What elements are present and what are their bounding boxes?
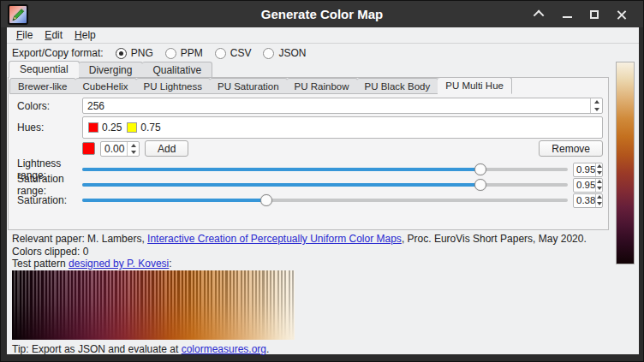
spin-up-icon[interactable] [131, 144, 136, 147]
export-format-row: Export/Copy format: PNG PPM CSV JSON [12, 45, 306, 61]
spin-down-icon[interactable] [594, 108, 599, 111]
slider-fill [82, 199, 266, 202]
close-icon [617, 9, 627, 20]
hue-value: 0.75 [140, 122, 160, 134]
saturation-spinbox[interactable]: 0.38 [573, 193, 603, 208]
paper-line: Relevant paper: M. Lambers, Interactive … [12, 233, 634, 246]
radio-png-icon[interactable] [116, 48, 127, 59]
test-pattern-stripes [12, 270, 295, 340]
colors-clipped-line: Colors clipped: 0 [12, 246, 634, 258]
saturation-range-slider[interactable] [82, 178, 568, 192]
lightness-range-row: Lightness range: 0.95 [9, 162, 608, 177]
sequential-panel: Brewer-like CubeHelix PU Lightness PU Sa… [8, 77, 609, 230]
app-icon [8, 4, 28, 25]
tab-pu-lightness[interactable]: PU Lightness [136, 78, 211, 94]
tab-qualitative[interactable]: Qualitative [142, 62, 212, 78]
saturation-slider[interactable] [82, 193, 568, 207]
tab-sequential[interactable]: Sequential [9, 61, 80, 78]
main-tabbar: Sequential Diverging Qualitative [9, 61, 212, 78]
spin-down-icon[interactable] [597, 171, 602, 175]
slider-fill [82, 183, 480, 187]
new-hue-value[interactable]: 0.00 [101, 143, 127, 155]
saturation-row: Saturation: 0.38 [9, 193, 608, 208]
hue-value: 0.25 [102, 122, 122, 134]
lightness-range-spinbox[interactable]: 0.95 [573, 163, 603, 177]
chevron-up-icon [533, 10, 544, 21]
new-hue-color-button[interactable] [82, 142, 95, 155]
tab-cubehelix[interactable]: CubeHelix [75, 78, 137, 94]
slider-fill [82, 168, 480, 171]
hue-item[interactable]: 0.75 [127, 122, 160, 134]
tab-brewer-like[interactable]: Brewer-like [9, 78, 76, 94]
minimize-button[interactable] [558, 5, 576, 24]
slider-handle[interactable] [474, 163, 486, 175]
hues-label: Hues: [17, 116, 82, 134]
test-pattern-line: Test pattern designed by P. Kovesi: [12, 258, 634, 270]
tab-pu-black-body[interactable]: PU Black Body [357, 78, 439, 94]
radio-png[interactable]: PNG [116, 47, 153, 59]
radio-csv[interactable]: CSV [215, 47, 252, 59]
kovesi-link[interactable]: designed by P. Kovesi [69, 258, 169, 270]
radio-ppm[interactable]: PPM [165, 47, 203, 59]
menubar: File Edit Help [7, 27, 639, 44]
hues-row: Hues: 0.25 0.75 [9, 116, 608, 139]
hues-list[interactable]: 0.25 0.75 [82, 116, 603, 139]
radio-json-icon[interactable] [263, 48, 274, 59]
saturation-range-label: Saturation range: [17, 173, 82, 197]
new-hue-spin-buttons[interactable] [127, 142, 139, 156]
menu-file[interactable]: File [10, 28, 39, 42]
tab-pu-rainbow[interactable]: PU Rainbow [287, 78, 358, 94]
spin-up-icon[interactable] [597, 195, 602, 199]
spin-down-icon[interactable] [597, 187, 602, 190]
menu-help[interactable]: Help [69, 28, 102, 42]
paper-link[interactable]: Interactive Creation of Perceptually Uni… [147, 233, 402, 245]
window-controls [530, 5, 643, 24]
saturation-range-row: Saturation range: 0.95 [9, 177, 608, 193]
tab-diverging[interactable]: Diverging [79, 62, 144, 78]
colormeasures-link[interactable]: colormeasures.org [182, 343, 266, 355]
window-content: File Edit Help Export/Copy format: PNG P… [7, 27, 639, 354]
new-hue-spinbox[interactable]: 0.00 [100, 141, 140, 157]
radio-ppm-icon[interactable] [165, 48, 176, 59]
pu-multi-hue-page: Colors: 256 Hues: 0.25 [9, 96, 608, 208]
colors-value[interactable]: 256 [83, 100, 590, 112]
colors-spin-buttons[interactable] [590, 98, 602, 113]
spin-down-icon[interactable] [131, 151, 136, 154]
hue-swatch-yellow [127, 122, 137, 133]
tip-line: Tip: Export as JSON and evaluate at colo… [12, 343, 269, 355]
keep-above-button[interactable] [530, 5, 549, 24]
pencil-icon [10, 7, 26, 22]
spin-down-icon[interactable] [597, 202, 602, 205]
colors-label: Colors: [17, 100, 82, 112]
app-window: Generate Color Map File Edit Help Export… [0, 0, 644, 362]
colors-spinbox[interactable]: 256 [82, 98, 603, 114]
add-button[interactable]: Add [145, 140, 188, 157]
minimize-icon [563, 16, 572, 18]
test-pattern-image [12, 270, 295, 340]
saturation-label: Saturation: [17, 194, 82, 206]
spin-up-icon[interactable] [594, 100, 599, 104]
menu-edit[interactable]: Edit [39, 28, 69, 42]
radio-csv-icon[interactable] [215, 48, 226, 59]
hue-item[interactable]: 0.25 [88, 122, 122, 134]
lightness-range-slider[interactable] [82, 163, 568, 176]
saturation-range-spinbox[interactable]: 0.95 [573, 178, 603, 193]
maximize-icon [590, 10, 599, 19]
footer: Relevant paper: M. Lambers, Interactive … [12, 233, 634, 270]
titlebar: Generate Color Map [1, 1, 643, 27]
spin-up-icon[interactable] [597, 180, 602, 183]
hue-swatch-red [88, 122, 98, 133]
maximize-button[interactable] [585, 5, 604, 24]
colors-row: Colors: 256 [9, 98, 608, 114]
spin-up-icon[interactable] [597, 164, 602, 168]
remove-button[interactable]: Remove [539, 140, 603, 157]
radio-json[interactable]: JSON [263, 47, 306, 59]
tab-pu-multi-hue[interactable]: PU Multi Hue [438, 77, 512, 94]
slider-handle[interactable] [474, 179, 486, 191]
sub-tabbar: Brewer-like CubeHelix PU Lightness PU Sa… [9, 77, 511, 94]
add-remove-row: 0.00 Add Remove [9, 140, 608, 157]
close-button[interactable] [612, 5, 631, 24]
tab-pu-saturation[interactable]: PU Saturation [210, 78, 288, 94]
export-format-label: Export/Copy format: [12, 47, 104, 59]
slider-handle[interactable] [260, 194, 272, 206]
